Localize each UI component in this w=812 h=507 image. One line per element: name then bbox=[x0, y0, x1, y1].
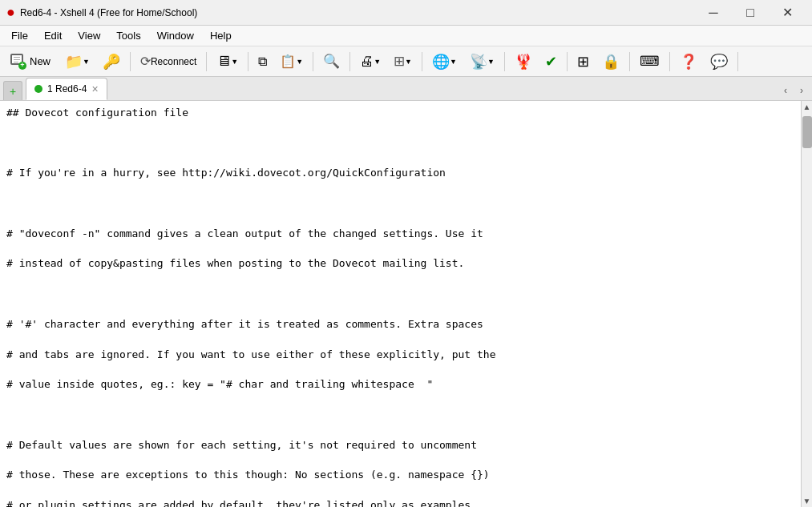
maximize-button[interactable]: □ bbox=[732, 0, 769, 26]
globe-dropdown-arrow: ▼ bbox=[450, 58, 457, 66]
terminal[interactable]: ## Dovecot configuration file # If you'r… bbox=[0, 101, 801, 507]
folder-dropdown-arrow: ▼ bbox=[83, 58, 90, 66]
line-12: # those. These are exceptions to this th… bbox=[6, 468, 794, 483]
scrollbar-vertical[interactable]: ▲ ▼ bbox=[801, 101, 812, 507]
help-icon: ❓ bbox=[680, 53, 697, 70]
tab-nav-left-button[interactable]: ‹ bbox=[778, 81, 793, 100]
reconnect-button[interactable]: ⟳ Reconnect bbox=[135, 50, 202, 74]
layout-icon: ⊞ bbox=[394, 53, 405, 70]
globe-button[interactable]: 🌐 ▼ bbox=[426, 50, 463, 74]
layout-dropdown-arrow: ▼ bbox=[405, 58, 412, 66]
line-10 bbox=[6, 408, 794, 423]
line-3 bbox=[6, 196, 794, 211]
apps-icon: ⊞ bbox=[577, 53, 589, 70]
separator-9 bbox=[629, 52, 630, 71]
new-icon: + bbox=[10, 54, 26, 70]
chat-button[interactable]: 💬 bbox=[705, 50, 733, 74]
antenna-icon: 📡 bbox=[470, 53, 487, 70]
print-button[interactable]: 🖨 ▼ bbox=[354, 50, 386, 74]
check-icon: ✔ bbox=[545, 53, 557, 70]
separator-6 bbox=[422, 52, 422, 71]
reconnect-label: Reconnect bbox=[151, 56, 196, 67]
separator-1 bbox=[130, 52, 131, 71]
scroll-up-arrow[interactable]: ▲ bbox=[802, 101, 812, 113]
separator-10 bbox=[669, 52, 670, 71]
line-8: # and tabs are ignored. If you want to u… bbox=[6, 348, 794, 363]
toolbar: + New 📁 ▼ 🔑 ⟳ Reconnect 🖥 ▼ ⧉ 📋 ▼ 🔍 🖨 bbox=[0, 46, 812, 77]
menubar: File Edit View Tools Window Help bbox=[0, 26, 812, 46]
menu-tools[interactable]: Tools bbox=[108, 28, 148, 43]
copy-icon: ⧉ bbox=[258, 54, 267, 69]
separator-7 bbox=[504, 52, 505, 71]
keyboard-icon: ⌨ bbox=[640, 53, 660, 70]
paste-button[interactable]: 📋 ▼ bbox=[274, 50, 309, 74]
apps-button[interactable]: ⊞ bbox=[572, 50, 595, 74]
line-13: # or plugin settings are added by defaul… bbox=[6, 498, 794, 507]
open-folder-button[interactable]: 📁 ▼ bbox=[59, 50, 95, 74]
new-button[interactable]: + New bbox=[3, 50, 58, 74]
line-9: # value inside quotes, eg.: key = "# cha… bbox=[6, 377, 794, 392]
screen-icon: 🖥 bbox=[216, 53, 231, 70]
lock-button[interactable]: 🔒 bbox=[596, 50, 625, 74]
tabbar: + 1 Red6-4 × ‹ › bbox=[0, 77, 812, 101]
paste-icon: 📋 bbox=[280, 54, 296, 69]
chat-icon: 💬 bbox=[710, 53, 728, 70]
help-button[interactable]: ❓ bbox=[674, 50, 703, 74]
scroll-thumb[interactable] bbox=[802, 116, 812, 148]
line-11: # Default values are shown for each sett… bbox=[6, 438, 794, 453]
new-label: New bbox=[30, 55, 50, 67]
separator-8 bbox=[567, 52, 568, 71]
add-tab-button[interactable]: + bbox=[3, 81, 22, 100]
key-button[interactable]: 🔑 bbox=[97, 50, 126, 74]
separator-5 bbox=[349, 52, 350, 71]
menu-help[interactable]: Help bbox=[202, 28, 240, 43]
add-tab-icon: + bbox=[10, 85, 16, 98]
layout-button[interactable]: ⊞ ▼ bbox=[388, 50, 418, 74]
tab-close-button[interactable]: × bbox=[91, 82, 98, 95]
separator-3 bbox=[248, 52, 248, 71]
tab-status-dot bbox=[34, 85, 42, 93]
line-0: ## Dovecot configuration file bbox=[6, 106, 794, 121]
keyboard-button[interactable]: ⌨ bbox=[634, 50, 665, 74]
check-button[interactable]: ✔ bbox=[539, 50, 563, 74]
titlebar: ● Red6-4 - Xshell 4 (Free for Home/Schoo… bbox=[0, 0, 812, 26]
print-icon: 🖨 bbox=[360, 54, 374, 70]
lock-icon: 🔒 bbox=[602, 53, 620, 70]
lobster-icon: 🦞 bbox=[515, 53, 532, 70]
scroll-down-arrow[interactable]: ▼ bbox=[802, 495, 812, 507]
line-4: # "doveconf -n" command gives a clean ou… bbox=[6, 227, 794, 242]
search-icon: 🔍 bbox=[323, 53, 340, 70]
tab-red6-4[interactable]: 1 Red6-4 × bbox=[26, 78, 107, 100]
titlebar-title: Red6-4 - Xshell 4 (Free for Home/School) bbox=[20, 7, 695, 18]
antenna-dropdown-arrow: ▼ bbox=[487, 58, 495, 66]
line-6 bbox=[6, 287, 794, 302]
antenna-button[interactable]: 📡 ▼ bbox=[464, 50, 500, 74]
lobster-button[interactable]: 🦞 bbox=[509, 50, 538, 74]
screen-dropdown-arrow: ▼ bbox=[231, 58, 238, 66]
separator-11 bbox=[737, 52, 738, 71]
main-area: ## Dovecot configuration file # If you'r… bbox=[0, 101, 812, 507]
search-button[interactable]: 🔍 bbox=[317, 50, 345, 74]
line-2: # If you're in a hurry, see http://wiki.… bbox=[6, 166, 794, 181]
menu-file[interactable]: File bbox=[3, 28, 36, 43]
screen-button[interactable]: 🖥 ▼ bbox=[211, 50, 244, 74]
tab-nav: ‹ › bbox=[778, 81, 812, 100]
menu-view[interactable]: View bbox=[70, 28, 108, 43]
paste-dropdown-arrow: ▼ bbox=[296, 58, 303, 66]
reconnect-icon: ⟳ bbox=[140, 54, 151, 69]
line-1 bbox=[6, 136, 794, 151]
menu-edit[interactable]: Edit bbox=[36, 28, 70, 43]
copy-button[interactable]: ⧉ bbox=[252, 50, 273, 74]
separator-2 bbox=[206, 52, 207, 71]
terminal-content: ## Dovecot configuration file # If you'r… bbox=[6, 106, 794, 507]
titlebar-buttons: ─ □ ✕ bbox=[695, 0, 806, 26]
separator-4 bbox=[313, 52, 313, 71]
minimize-button[interactable]: ─ bbox=[695, 0, 732, 26]
tab-label: 1 Red6-4 bbox=[47, 83, 87, 95]
tab-nav-right-button[interactable]: › bbox=[794, 81, 809, 100]
print-dropdown-arrow: ▼ bbox=[374, 58, 381, 66]
menu-window[interactable]: Window bbox=[149, 28, 202, 43]
close-button[interactable]: ✕ bbox=[769, 0, 806, 26]
line-7: # '#' character and everything after it … bbox=[6, 317, 794, 332]
key-icon: 🔑 bbox=[103, 53, 120, 70]
